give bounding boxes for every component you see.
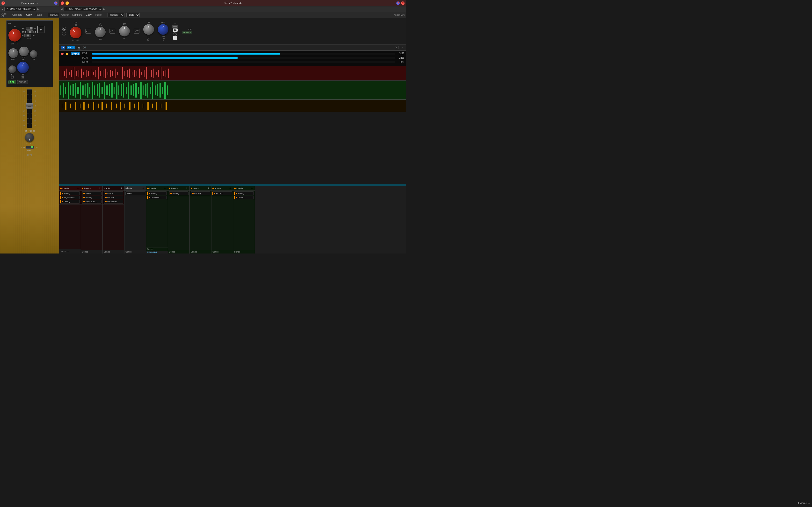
power-circle-icon[interactable]: ⏻ [62, 27, 66, 31]
lf-shelf-icon[interactable] [134, 29, 140, 34]
strip7-insert-1[interactable]: Pro EQ [191, 191, 210, 195]
right-close-button[interactable]: ✕ [61, 1, 64, 5]
fader-ticks [27, 90, 32, 128]
strip3-insert-2[interactable]: Pro EQ [104, 195, 123, 200]
right-default-selector[interactable]: Default [126, 13, 140, 17]
right-minimize-button[interactable] [65, 1, 69, 5]
left-plugin-selector[interactable]: 1 - Pro EQ 2 - UAD Neve 1073(m) [4, 7, 36, 11]
mic-icon[interactable]: 🎤 [83, 46, 86, 49]
strip9-insert-2[interactable]: UADN... [234, 195, 254, 200]
hp-filter-knob[interactable] [17, 62, 29, 73]
strip1-sends-text: Sends [60, 250, 66, 252]
lf-freq-knob[interactable] [8, 65, 16, 73]
strip1-sends-add[interactable]: + [66, 249, 70, 253]
neve-lf-knob[interactable] [143, 24, 154, 35]
strip3-insert-1[interactable]: Inserts [104, 191, 123, 195]
mic-z-toggle[interactable] [27, 31, 34, 33]
help-icon[interactable]: ? [401, 46, 404, 49]
strip9-add-btn[interactable]: + [250, 187, 254, 190]
strip2-insert-2[interactable]: Pro EQ [82, 195, 101, 200]
strip8-sends-text: Sends [212, 250, 219, 253]
hf-knob[interactable] [19, 47, 29, 56]
right-plugin-nav-left[interactable]: ◀ [61, 8, 63, 10]
lo-hi-toggle[interactable] [26, 27, 33, 30]
uad-panel-minimize[interactable] [66, 53, 68, 55]
neve-hp-knob[interactable] [158, 24, 168, 35]
neve-hf-knob[interactable] [95, 27, 106, 38]
uad-panel-close[interactable] [61, 53, 63, 55]
right-close-button2[interactable]: ✕ [401, 1, 405, 5]
left-close-button[interactable]: ✕ [1, 1, 5, 5]
right-paste-btn[interactable]: Paste [95, 13, 103, 16]
neve-mf-knob[interactable] [119, 26, 130, 37]
dsp-meter-row: DSP 31% [83, 52, 404, 55]
phase-button[interactable]: PHASE [17, 80, 28, 84]
output-knob[interactable] [25, 133, 34, 142]
strip2-sends-text: Sends [82, 250, 88, 253]
strip2-insert-1[interactable]: Inserts [82, 191, 101, 195]
strip1-insert-1[interactable]: Pro EQ [60, 191, 80, 195]
hf-curve-icon[interactable] [85, 29, 91, 34]
bell-icon[interactable] [109, 29, 115, 34]
pad-toggle[interactable] [24, 34, 31, 37]
strip4-insert-1[interactable]: Inserts [125, 191, 145, 195]
strip7-power-dot[interactable] [191, 187, 192, 189]
eql-button[interactable]: EQL [8, 80, 16, 84]
strip3-add-btn[interactable]: + [120, 187, 123, 190]
left-copy-btn[interactable]: Copy [25, 13, 33, 16]
left-pin-button[interactable]: 📌 [54, 1, 57, 5]
neve-legacy-id: 1073 [188, 28, 192, 31]
neve-eq-btn[interactable]: EQ [173, 29, 177, 32]
strip2-power-dot[interactable] [82, 187, 83, 189]
strip2-add-btn[interactable]: + [98, 187, 101, 190]
strip6-add-btn[interactable]: + [185, 187, 189, 190]
strip5-add-btn[interactable]: + [163, 187, 167, 190]
strip7-add-btn[interactable]: + [207, 187, 210, 190]
left-compare-btn[interactable]: Compare [11, 13, 23, 16]
strip5-insert-2[interactable]: UADNeve1... [147, 195, 167, 200]
insert3-label: Pro EQ [64, 201, 70, 203]
right-plugin-nav-right[interactable]: ▶ [103, 8, 105, 10]
strip6-power-dot[interactable] [169, 187, 170, 189]
strip9-insert-1[interactable]: Pro EQ [234, 191, 254, 195]
strip6-insert-1[interactable]: Pro EQ [169, 191, 189, 195]
plugin-nav-right[interactable]: ▶ [37, 8, 39, 10]
neve-off-btn[interactable]: OFF [172, 25, 178, 28]
strip3-insert-3[interactable]: UADNeve1... [104, 200, 123, 204]
pgm-label: PGM [83, 56, 90, 59]
strip9-power-dot[interactable] [234, 187, 236, 189]
neve-r-input-knob[interactable] [67, 24, 84, 41]
strip1-insert-3[interactable]: Pro EQ [60, 200, 80, 204]
strip1-power-dot[interactable] [60, 187, 62, 189]
strip1-insert-2[interactable]: bx_controlV2 [60, 195, 80, 200]
strip1-add-btn[interactable]: + [76, 187, 80, 190]
mf-knob[interactable] [30, 50, 38, 58]
dollar-icon[interactable]: $ [395, 46, 399, 49]
neve-output-btn[interactable] [173, 36, 177, 40]
mic-gain-knob[interactable] [8, 48, 18, 58]
strip8-power-dot[interactable] [212, 187, 214, 189]
power-toggle[interactable] [26, 146, 34, 149]
right-plugin-selector[interactable]: 1 - Pro EQ 2 - UAD Neve 1073 Legacy(m) [63, 7, 102, 11]
tick-0-right: 0 [34, 100, 36, 103]
plugin-nav-left[interactable]: ◀ [1, 8, 3, 10]
strip4-add-btn[interactable]: + [141, 187, 145, 190]
fader-track [27, 89, 32, 128]
strip2-insert-3[interactable]: UADNeve1... [82, 200, 101, 204]
camera-icon[interactable]: 📷 [77, 46, 81, 50]
strip5-power-dot[interactable] [147, 187, 149, 189]
neve-phase-icon[interactable]: ⊕ [173, 32, 177, 36]
output-label: OUTPUT [26, 143, 34, 145]
right-pin-button[interactable]: 📌 [396, 1, 400, 5]
neve-inner-panel: dB LINE OFF +10 [6, 20, 53, 88]
input-gain-knob[interactable] [6, 26, 23, 44]
right-preset-selector[interactable]: default* [108, 13, 124, 17]
right-plugin-top: ✕ Bass 2 - Inserts 📌 ✕ ◀ 1 - Pro EQ 2 - … [59, 0, 406, 51]
right-copy-btn[interactable]: Copy [85, 13, 93, 16]
right-compare-btn[interactable]: Compare [71, 13, 83, 16]
strip8-insert-1[interactable]: Pro EQ [212, 191, 232, 195]
left-paste-btn[interactable]: Paste [35, 13, 43, 16]
strip5-insert-1[interactable]: Pro EQ [147, 191, 167, 195]
eq-knobs-section: MIC. 7-2kKHz OFF [8, 47, 51, 60]
strip8-add-btn[interactable]: + [229, 187, 232, 190]
